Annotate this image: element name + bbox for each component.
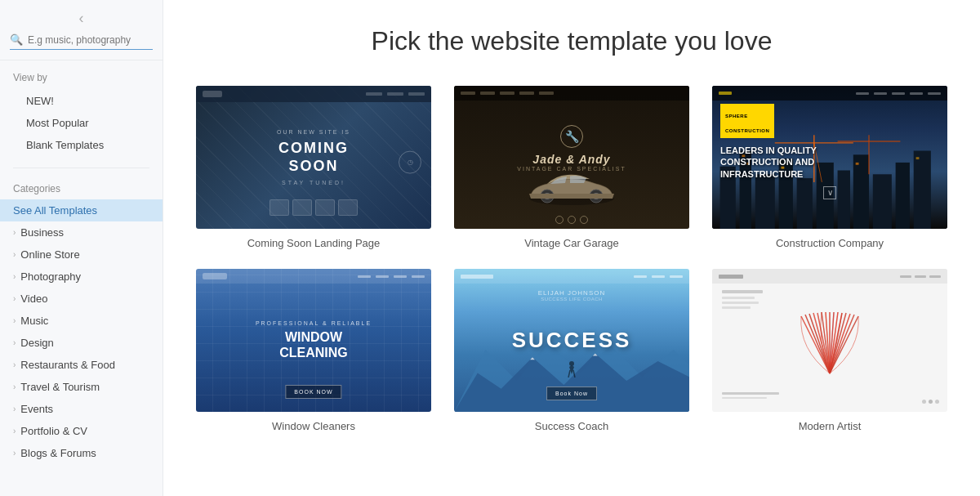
success-nav-bar bbox=[454, 269, 689, 284]
win-nav-2 bbox=[376, 275, 389, 278]
chevron-symbol: ∨ bbox=[827, 188, 833, 197]
wrench-icon-circle: 🔧 bbox=[560, 125, 583, 148]
fan-svg bbox=[797, 308, 862, 382]
car-image bbox=[523, 164, 621, 212]
sidebar-item-music[interactable]: › Music bbox=[0, 310, 163, 332]
search-input-wrapper: 🔍 bbox=[10, 34, 153, 50]
view-by-section: View by NEW! Most Popular Blank Template… bbox=[0, 60, 163, 159]
back-button[interactable]: ‹ bbox=[0, 0, 163, 34]
sidebar-item-new[interactable]: NEW! bbox=[13, 90, 149, 112]
artist-logo bbox=[719, 275, 743, 279]
sidebar-item-design[interactable]: › Design bbox=[0, 332, 163, 354]
sidebar-item-portfolio-cv[interactable]: › Portfolio & CV bbox=[0, 420, 163, 442]
template-card-modern-artist[interactable]: Modern Artist bbox=[712, 269, 947, 432]
video-label: Video bbox=[20, 293, 47, 305]
thumb-nav-links bbox=[366, 92, 425, 96]
social-icon-2 bbox=[568, 216, 576, 224]
window-pretitle: PROFESSIONAL & RELIABLE bbox=[256, 320, 372, 326]
countdown-box-4 bbox=[338, 199, 358, 216]
thumb-vintage-nav bbox=[454, 86, 689, 101]
blogs-label: Blogs & Forums bbox=[20, 447, 96, 459]
chevron-right-icon: › bbox=[13, 250, 16, 259]
vint-nav-4 bbox=[519, 92, 534, 95]
success-book-label: Book Now bbox=[546, 387, 597, 400]
countdown-boxes bbox=[270, 199, 358, 216]
sidebar-item-blogs-forums[interactable]: › Blogs & Forums bbox=[0, 442, 163, 464]
social-icons bbox=[555, 216, 588, 224]
clock-decoration: ◷ bbox=[399, 150, 421, 173]
sidebar-item-online-store[interactable]: › Online Store bbox=[0, 244, 163, 266]
template-thumb-modern-artist bbox=[712, 269, 947, 412]
art-text-2 bbox=[722, 297, 755, 299]
sidebar-item-events[interactable]: › Events bbox=[0, 398, 163, 420]
window-nav-bar bbox=[196, 269, 431, 284]
suc-nav-2 bbox=[652, 275, 665, 278]
photography-label: Photography bbox=[20, 270, 81, 283]
sidebar-item-photography[interactable]: › Photography bbox=[0, 266, 163, 288]
nav-link-1 bbox=[366, 92, 382, 96]
sidebar-item-most-popular[interactable]: Most Popular bbox=[13, 112, 149, 134]
page-title: Pick the website template you love bbox=[196, 26, 947, 56]
social-icon-3 bbox=[580, 216, 588, 224]
art-nav-3 bbox=[929, 275, 941, 278]
sidebar-item-see-all[interactable]: See All Templates bbox=[0, 199, 163, 221]
coming-soon-text: OUR NEW SITE IS COMINGSOON STAY TUNED! bbox=[277, 129, 350, 185]
author-subtitle: SUCCESS LIFE COACH bbox=[538, 297, 605, 302]
search-input[interactable] bbox=[28, 34, 153, 46]
nav-link-2 bbox=[387, 92, 403, 96]
template-name-coming-soon: Coming Soon Landing Page bbox=[247, 237, 381, 249]
construction-badge: SPHERECONSTRUCTION bbox=[720, 104, 774, 138]
sidebar-item-business[interactable]: › Business bbox=[0, 221, 163, 244]
suc-nav-3 bbox=[670, 275, 683, 278]
construction-headline-text: LEADERS IN QUALITYCONSTRUCTION ANDINFRAS… bbox=[720, 145, 939, 180]
sidebar-item-blank-templates[interactable]: Blank Templates bbox=[13, 134, 149, 156]
template-card-success-coach[interactable]: SUCCESS Book Now ELIJAH JOHNSON SUCCESS … bbox=[454, 269, 689, 432]
const-nav-1 bbox=[856, 92, 869, 95]
success-logo bbox=[461, 275, 493, 279]
template-card-window-cleaners[interactable]: PROFESSIONAL & RELIABLE WINDOWCLEANING B… bbox=[196, 269, 431, 432]
dot-3 bbox=[935, 400, 939, 404]
person-silhouette bbox=[567, 361, 577, 381]
social-icon-1 bbox=[555, 216, 564, 224]
chevron-right-icon: › bbox=[13, 360, 16, 369]
template-thumb-coming-soon: OUR NEW SITE IS COMINGSOON STAY TUNED! ◷ bbox=[196, 86, 431, 229]
sidebar-item-video[interactable]: › Video bbox=[0, 288, 163, 310]
chevron-right-icon: › bbox=[13, 294, 16, 303]
search-container: 🔍 bbox=[0, 34, 163, 60]
search-icon: 🔍 bbox=[10, 34, 23, 46]
view-by-label: View by bbox=[13, 72, 149, 83]
categories-label: Categories bbox=[0, 177, 163, 199]
events-label: Events bbox=[20, 403, 53, 415]
window-logo bbox=[203, 273, 227, 279]
book-now-button: Book Now bbox=[285, 385, 341, 399]
win-nav-3 bbox=[394, 275, 407, 278]
svg-point-30 bbox=[569, 361, 574, 366]
online-store-label: Online Store bbox=[20, 248, 79, 261]
construction-headline-block: LEADERS IN QUALITYCONSTRUCTION ANDINFRAS… bbox=[712, 140, 947, 180]
artist-nav-links bbox=[900, 275, 941, 278]
art-nav-2 bbox=[915, 275, 926, 278]
vint-nav-3 bbox=[500, 92, 514, 95]
suc-nav-1 bbox=[634, 275, 647, 278]
template-card-construction[interactable]: SPHERECONSTRUCTION LEADERS IN QUALITYCON… bbox=[712, 86, 947, 249]
music-label: Music bbox=[20, 315, 48, 327]
art-text-3 bbox=[722, 302, 759, 304]
template-name-construction: Construction Company bbox=[776, 237, 884, 249]
svg-marker-28 bbox=[530, 357, 535, 360]
template-card-vintage-car[interactable]: 🔧 Jade & Andy VINTAGE CAR SPECIALIST bbox=[454, 86, 689, 249]
book-now-label: Book Now bbox=[285, 385, 341, 399]
design-label: Design bbox=[20, 337, 53, 349]
svg-rect-7 bbox=[755, 174, 775, 229]
template-card-coming-soon[interactable]: OUR NEW SITE IS COMINGSOON STAY TUNED! ◷ bbox=[196, 86, 431, 249]
sidebar-item-restaurants-food[interactable]: › Restaurants & Food bbox=[0, 354, 163, 376]
thumb-nav bbox=[196, 86, 431, 102]
car-svg bbox=[523, 164, 621, 209]
const-logo bbox=[719, 92, 732, 95]
chevron-right-icon: › bbox=[13, 404, 16, 413]
vint-nav-5 bbox=[539, 92, 554, 95]
sidebar-item-travel-tourism[interactable]: › Travel & Tourism bbox=[0, 376, 163, 398]
art-nav-1 bbox=[900, 275, 911, 278]
template-thumb-success-coach: SUCCESS Book Now ELIJAH JOHNSON SUCCESS … bbox=[454, 269, 689, 412]
templates-grid: OUR NEW SITE IS COMINGSOON STAY TUNED! ◷ bbox=[196, 86, 947, 432]
chevron-right-icon: › bbox=[13, 316, 16, 325]
